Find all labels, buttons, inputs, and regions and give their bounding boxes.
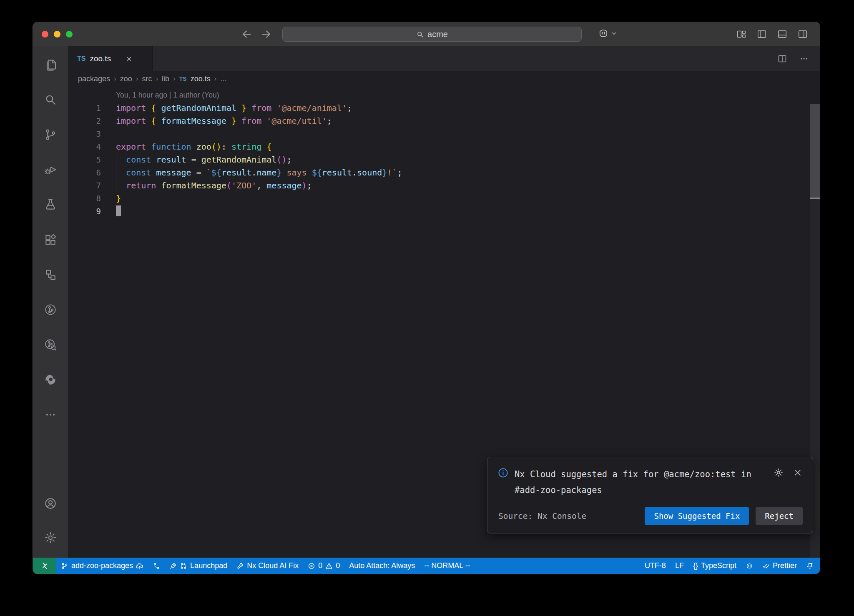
- statusbar-prettier-label: Prettier: [773, 561, 797, 570]
- code-line-8[interactable]: 8}: [68, 192, 820, 205]
- statusbar-git-branch[interactable]: add-zoo-packages: [56, 558, 148, 574]
- activity-search-icon[interactable]: [44, 93, 57, 106]
- statusbar-prettier[interactable]: Prettier: [758, 558, 801, 574]
- statusbar-vim-mode[interactable]: -- NORMAL --: [419, 558, 475, 574]
- code-line-1[interactable]: 1import { getRandomAnimal } from '@acme/…: [68, 102, 820, 115]
- show-suggested-fix-button[interactable]: Show Suggested Fix: [645, 507, 749, 525]
- statusbar-problems-label: 0: [336, 561, 340, 570]
- activity-gitlens-inspect-icon[interactable]: [44, 338, 57, 351]
- statusbar-eol[interactable]: LF: [671, 558, 688, 574]
- code-line-6[interactable]: 6 const message = `${result.name} says $…: [68, 166, 820, 179]
- code-line-5[interactable]: 5 const result = getRandomAnimal();: [68, 153, 820, 166]
- statusbar-commit-graph[interactable]: [148, 558, 165, 574]
- statusbar-launchpad-label: Launchpad: [190, 561, 227, 570]
- breadcrumb-tail[interactable]: ...: [220, 75, 226, 83]
- more-actions-icon[interactable]: [799, 54, 809, 64]
- tab-label: zoo.ts: [90, 54, 111, 63]
- activity-testing-beaker-icon[interactable]: [44, 198, 57, 211]
- copilot-icon: [746, 562, 753, 570]
- code-text: }: [116, 192, 121, 205]
- scrollbar-thumb[interactable]: [810, 104, 820, 198]
- statusbar-git-branch-label: add-zoo-packages: [71, 561, 133, 570]
- vscode-window: acme TS zoo.ts packages›zoo›src›lib: [33, 22, 820, 574]
- scrollbar-divider: [810, 198, 820, 199]
- statusbar-language-label: {}: [693, 561, 698, 570]
- close-tab-icon[interactable]: [125, 55, 133, 63]
- activity-run-debug-icon[interactable]: [44, 163, 57, 176]
- statusbar-remote-indicator[interactable]: [33, 558, 56, 574]
- activity-files-icon[interactable]: [44, 58, 57, 71]
- activity-source-control-icon[interactable]: [44, 128, 57, 141]
- code-line-2[interactable]: 2import { formatMessage } from '@acme/ut…: [68, 115, 820, 128]
- line-number: 9: [68, 205, 116, 218]
- notification-close-icon[interactable]: [793, 468, 803, 478]
- reject-button[interactable]: Reject: [756, 507, 803, 525]
- minimize-window-button[interactable]: [54, 31, 60, 38]
- line-number: 1: [68, 102, 116, 115]
- code-text: return formatMessage('ZOO', message);: [116, 179, 312, 192]
- status-bar: add-zoo-packagesLaunchpadNx Cloud AI Fix…: [33, 558, 820, 574]
- code-line-9[interactable]: 9: [68, 205, 820, 218]
- activity-extensions-icon[interactable]: [44, 233, 57, 246]
- tab-bar: TS zoo.ts: [68, 46, 820, 71]
- typescript-file-icon: TS: [179, 75, 187, 82]
- double-check-icon: [762, 562, 770, 570]
- activity-gitlens-icon[interactable]: [44, 303, 57, 316]
- breadcrumb-item-file[interactable]: zoo.ts: [191, 75, 211, 83]
- breadcrumb-item-zoo[interactable]: zoo: [120, 75, 132, 83]
- statusbar-launchpad[interactable]: Launchpad: [165, 558, 232, 574]
- activity-dependencies-icon[interactable]: [44, 268, 57, 281]
- breadcrumb-item-lib[interactable]: lib: [162, 75, 169, 83]
- breadcrumb-item-src[interactable]: src: [142, 75, 152, 83]
- code-text: const result = getRandomAnimal();: [116, 153, 292, 166]
- command-center-search[interactable]: acme: [282, 27, 582, 42]
- activity-more-icon[interactable]: [44, 408, 57, 421]
- statusbar-auto-attach-label: Auto Attach: Always: [349, 561, 415, 570]
- code-line-3[interactable]: 3: [68, 128, 820, 140]
- close-window-button[interactable]: [42, 31, 48, 38]
- zoom-window-button[interactable]: [66, 31, 73, 38]
- toggle-left-panel-icon[interactable]: [756, 29, 767, 40]
- notification-source: Source: Nx Console: [498, 511, 586, 521]
- tab-zoo-ts[interactable]: TS zoo.ts: [68, 46, 153, 71]
- statusbar-eol-label: LF: [675, 561, 684, 570]
- toggle-bottom-panel-icon[interactable]: [777, 29, 788, 40]
- statusbar-notifications-bell[interactable]: [801, 558, 820, 574]
- statusbar-language[interactable]: {}TypeScript: [688, 558, 741, 574]
- layout-controls: [736, 29, 808, 40]
- customize-layout-icon[interactable]: [736, 29, 747, 40]
- copilot-icon: [598, 28, 609, 39]
- line-number: 7: [68, 179, 116, 192]
- code-editor[interactable]: You, 1 hour ago | 1 author (You) 1import…: [68, 86, 820, 558]
- git-branch-icon: [61, 562, 68, 570]
- notification-settings-gear-icon[interactable]: [774, 468, 784, 478]
- code-text: import { formatMessage } from '@acme/uti…: [116, 115, 332, 128]
- indent-guide: [116, 153, 116, 166]
- wrench-icon: [236, 562, 244, 570]
- activity-edge-swirl-icon[interactable]: [44, 373, 57, 386]
- statusbar-nx-cloud-ai-fix[interactable]: Nx Cloud AI Fix: [232, 558, 303, 574]
- statusbar-encoding[interactable]: UTF-8: [640, 558, 671, 574]
- statusbar-copilot-status[interactable]: [741, 558, 758, 574]
- activity-account-icon[interactable]: [44, 497, 57, 510]
- statusbar-encoding-label: UTF-8: [645, 561, 666, 570]
- breadcrumb-item-packages[interactable]: packages: [78, 75, 110, 83]
- code-line-7[interactable]: 7 return formatMessage('ZOO', message);: [68, 179, 820, 192]
- split-editor-icon[interactable]: [777, 54, 787, 64]
- typescript-file-icon: TS: [77, 55, 85, 63]
- notification-message: Nx Cloud suggested a fix for @acme/zoo:t…: [515, 466, 759, 498]
- statusbar-auto-attach[interactable]: Auto Attach: Always: [344, 558, 419, 574]
- code-text: export function zoo(): string {: [116, 140, 271, 153]
- statusbar-problems-label: 0: [318, 561, 322, 570]
- statusbar-problems[interactable]: 00: [303, 558, 344, 574]
- forward-arrow-icon[interactable]: [260, 28, 272, 40]
- code-line-4[interactable]: 4export function zoo(): string {: [68, 140, 820, 153]
- gitlens-blame-annotation: You, 1 hour ago | 1 author (You): [68, 89, 820, 102]
- copilot-menu-button[interactable]: [598, 28, 617, 39]
- vim-block-cursor: [116, 205, 121, 216]
- back-arrow-icon[interactable]: [241, 28, 253, 40]
- activity-settings-gear-icon[interactable]: [44, 531, 57, 544]
- toggle-right-panel-icon[interactable]: [797, 29, 808, 40]
- line-number: 4: [68, 140, 116, 153]
- activity-bar: [33, 46, 68, 558]
